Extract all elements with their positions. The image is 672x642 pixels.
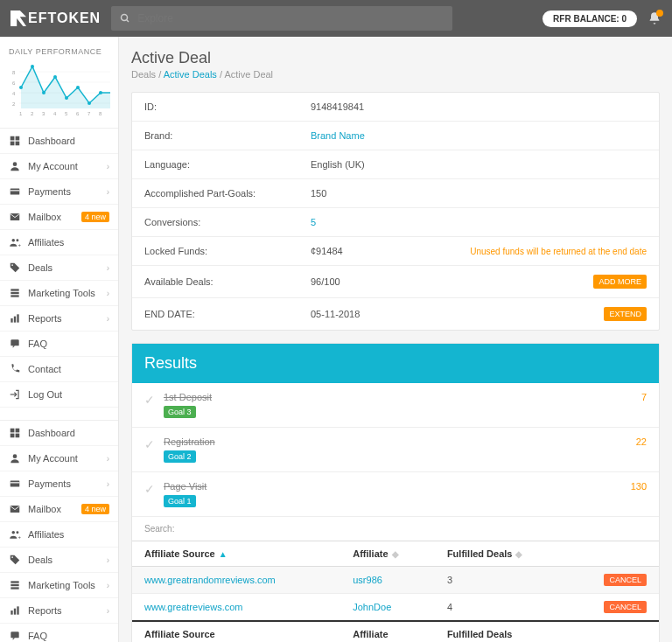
th-affiliate[interactable]: Affiliate◆ — [340, 541, 435, 567]
tf-source: Affiliate Source — [132, 621, 340, 642]
nav-item-deals[interactable]: Deals› — [0, 548, 118, 573]
nav-item-marketing-tools[interactable]: Marketing Tools› — [0, 573, 118, 598]
nav-item-marketing-tools[interactable]: Marketing Tools› — [0, 281, 118, 306]
svg-text:6: 6 — [76, 111, 80, 116]
svg-rect-31 — [10, 189, 20, 195]
detail-value: 96/100 — [311, 276, 340, 287]
dashboard-icon — [9, 427, 21, 439]
marketing-icon — [9, 579, 21, 591]
nav-item-affiliates[interactable]: +Affiliates — [0, 522, 118, 548]
svg-rect-26 — [10, 136, 15, 141]
nav-item-payments[interactable]: Payments› — [0, 179, 118, 205]
detail-value[interactable]: Brand Name — [311, 130, 365, 141]
nav-label: Reports — [28, 605, 62, 616]
table-row: www.greatrandomreviews.comusr9863CANCEL — [132, 567, 659, 594]
nav-item-reports[interactable]: Reports› — [0, 598, 118, 624]
contact-icon — [9, 363, 21, 375]
row-cancel-button[interactable]: CANCEL — [604, 574, 647, 586]
nav-primary: DashboardMy Account›Payments›Mailbox4 ne… — [0, 129, 118, 408]
nav-item-payments[interactable]: Payments› — [0, 471, 118, 497]
svg-rect-58 — [10, 581, 18, 583]
detail-label: Accomplished Part-Goals: — [144, 188, 311, 199]
search-input[interactable] — [137, 12, 444, 24]
logo[interactable]: EFTOKEN — [10, 10, 101, 26]
nav-item-faq[interactable]: FAQ — [0, 624, 118, 642]
results-heading: Results — [132, 344, 659, 383]
nav-item-faq[interactable]: FAQ — [0, 331, 118, 357]
nav-label: Payments — [28, 186, 71, 197]
svg-rect-64 — [10, 632, 18, 638]
source-link[interactable]: www.greatrandomreviews.com — [144, 575, 276, 585]
breadcrumb-mid[interactable]: Active Deals — [164, 69, 217, 80]
svg-text:1: 1 — [19, 111, 23, 116]
source-link[interactable]: www.greatreviews.com — [144, 602, 242, 612]
svg-marker-45 — [13, 345, 15, 347]
detail-value: ¢91484 — [311, 246, 343, 256]
chevron-right-icon: › — [107, 187, 109, 197]
detail-value: English (UK) — [311, 159, 365, 170]
th-source[interactable]: Affiliate Source▲ — [132, 541, 340, 567]
nav-item-dashboard[interactable]: Dashboard — [0, 129, 118, 154]
chevron-right-icon: › — [107, 479, 109, 489]
result-row[interactable]: ✓1st DepositGoal 37 — [132, 383, 659, 428]
th-fulfilled[interactable]: Fulfilled Deals◆ — [435, 541, 570, 567]
nav-item-dashboard[interactable]: Dashboard — [0, 421, 118, 446]
nav-item-my-account[interactable]: My Account› — [0, 446, 118, 471]
goal-badge: Goal 1 — [164, 495, 196, 507]
cell-affiliate: JohnDoe — [340, 594, 435, 622]
svg-text:7: 7 — [88, 111, 91, 116]
detail-row: END DATE:05-11-2018EXTEND — [132, 298, 659, 330]
nav-item-mailbox[interactable]: Mailbox4 new — [0, 205, 118, 230]
detail-label: Conversions: — [144, 217, 311, 227]
nav-label: My Account — [28, 453, 78, 464]
svg-rect-40 — [10, 295, 18, 297]
nav-label: Log Out — [28, 389, 62, 400]
breadcrumb-root[interactable]: Deals — [131, 69, 156, 80]
nav-item-reports[interactable]: Reports› — [0, 306, 118, 331]
nav-item-my-account[interactable]: My Account› — [0, 154, 118, 179]
svg-point-14 — [65, 96, 68, 100]
svg-point-30 — [13, 162, 18, 166]
reports-icon — [9, 604, 21, 617]
detail-action-button[interactable]: EXTEND — [604, 307, 647, 321]
search-box[interactable] — [111, 6, 452, 31]
affiliates-icon: + — [9, 236, 21, 248]
nav-badge: 4 new — [81, 212, 109, 222]
balance-pill[interactable]: RFR BALANCE: 0 — [542, 10, 637, 27]
sort-icon: ◆ — [515, 549, 522, 559]
affiliate-link[interactable]: usr986 — [353, 575, 382, 585]
nav-item-mailbox[interactable]: Mailbox4 new — [0, 497, 118, 522]
result-row[interactable]: ✓RegistrationGoal 222 — [132, 428, 659, 472]
svg-text:8: 8 — [12, 70, 16, 75]
nav-item-deals[interactable]: Deals› — [0, 255, 118, 281]
marketing-icon — [9, 287, 21, 299]
payments-icon — [9, 478, 21, 490]
detail-label: Available Deals: — [144, 276, 311, 287]
detail-value[interactable]: 5 — [311, 217, 316, 227]
detail-row: Locked Funds:¢91484Unused funds will be … — [132, 237, 659, 266]
svg-rect-62 — [14, 609, 16, 615]
top-right: RFR BALANCE: 0 — [542, 10, 662, 27]
result-title: Registration — [164, 436, 636, 447]
svg-rect-27 — [16, 136, 20, 141]
svg-point-35 — [16, 239, 18, 241]
svg-point-34 — [12, 239, 16, 242]
check-icon: ✓ — [144, 393, 155, 407]
chevron-right-icon: › — [107, 162, 109, 171]
detail-action-button[interactable]: ADD MORE — [593, 275, 647, 289]
nav-item-log-out[interactable]: Log Out — [0, 382, 118, 408]
nav-label: Affiliates — [28, 529, 64, 540]
nav-item-contact[interactable]: Contact — [0, 357, 118, 382]
svg-text:+: + — [18, 242, 22, 248]
nav-label: Dashboard — [28, 136, 75, 146]
affiliate-link[interactable]: JohnDoe — [353, 602, 391, 612]
notification-bell[interactable] — [648, 11, 662, 25]
breadcrumb-leaf: Active Deal — [224, 69, 273, 80]
svg-rect-47 — [16, 429, 20, 433]
svg-text:+: + — [18, 534, 22, 540]
row-cancel-button[interactable]: CANCEL — [604, 601, 647, 613]
svg-point-37 — [11, 264, 13, 266]
nav-item-affiliates[interactable]: +Affiliates — [0, 230, 118, 255]
result-row[interactable]: ✓Page VisitGoal 1130 — [132, 472, 659, 517]
nav-badge: 4 new — [81, 504, 109, 514]
